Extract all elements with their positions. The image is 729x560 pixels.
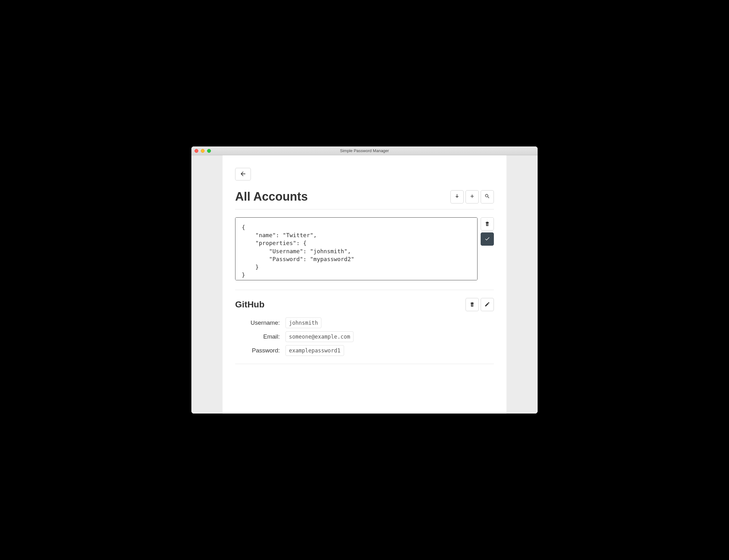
json-editor[interactable] [235,217,477,280]
edit-account-button[interactable] [481,298,494,311]
account-actions [465,298,494,311]
svg-rect-0 [457,194,457,197]
window-title: Simple Password Manager [191,148,538,153]
trash-icon [469,301,475,308]
header-actions [450,190,494,203]
close-window-button[interactable] [195,149,198,153]
confirm-edit-button[interactable] [481,232,494,246]
traffic-lights [195,149,211,153]
minimize-window-button[interactable] [201,149,205,153]
search-button[interactable] [481,190,494,203]
prop-label: Username: [235,319,286,326]
prop-row: Email: someone@example.com [235,331,494,342]
page-header: All Accounts [235,190,494,209]
prop-row: Password: examplepassword1 [235,345,494,356]
check-icon [484,236,490,243]
prop-label: Password: [235,347,286,354]
plus-icon [469,193,475,200]
edit-actions [481,217,494,246]
prop-value[interactable]: johnsmith [286,317,322,328]
edit-area [235,217,494,280]
prop-row: Username: johnsmith [235,317,494,328]
search-icon [484,193,490,200]
divider [235,364,494,364]
prop-label: Email: [235,333,286,340]
pencil-icon [484,301,490,308]
prop-value[interactable]: examplepassword1 [286,345,344,356]
account-header: GitHub [235,298,494,311]
account-title: GitHub [235,300,265,310]
maximize-window-button[interactable] [207,149,211,153]
page-title: All Accounts [235,190,308,203]
delete-edit-button[interactable] [481,217,494,231]
trash-icon [484,221,490,227]
props-table: Username: johnsmith Email: someone@examp… [235,317,494,356]
account-block: GitHub [235,298,494,356]
add-button[interactable] [465,190,479,203]
back-button[interactable] [235,168,251,180]
app-window: Simple Password Manager All Accounts [191,146,538,414]
download-icon [454,193,460,200]
divider [235,290,494,290]
prop-value[interactable]: someone@example.com [286,331,354,342]
titlebar: Simple Password Manager [191,146,538,155]
content-container: All Accounts [223,155,506,414]
download-button[interactable] [450,190,464,203]
arrow-left-icon [240,170,247,178]
delete-account-button[interactable] [465,298,479,311]
app-body: All Accounts [191,155,538,414]
